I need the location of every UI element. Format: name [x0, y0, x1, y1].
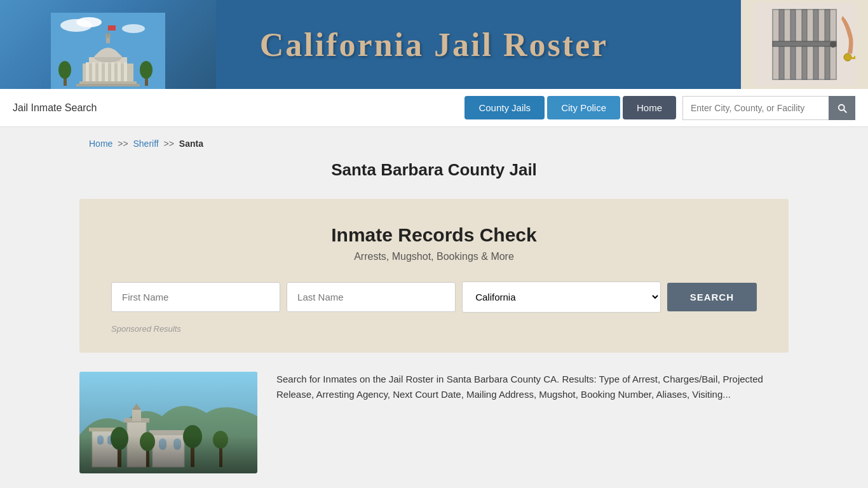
svg-rect-12	[124, 62, 127, 83]
sponsored-label: Sponsored Results	[111, 324, 757, 334]
breadcrumb-home[interactable]: Home	[89, 139, 112, 149]
navbar: Jail Inmate Search County Jails City Pol…	[0, 89, 868, 127]
breadcrumb: Home >> Sheriff >> Santa	[0, 127, 868, 160]
svg-rect-8	[98, 62, 102, 83]
bottom-section: Search for Inmates on the Jail Roster in…	[79, 372, 789, 473]
nav-brand: Jail Inmate Search	[13, 102, 465, 114]
svg-point-2	[76, 17, 102, 27]
header-title-area: California Jail Roster	[260, 26, 608, 64]
last-name-input[interactable]	[287, 282, 456, 312]
site-title: California Jail Roster	[260, 26, 608, 64]
breadcrumb-current: Santa	[179, 139, 203, 149]
nav-search-wrap	[682, 96, 855, 120]
nav-buttons: County Jails City Police Home	[465, 96, 676, 119]
svg-rect-7	[92, 62, 95, 83]
svg-rect-9	[105, 62, 108, 83]
records-check-section: Inmate Records Check Arrests, Mugshot, B…	[79, 199, 789, 353]
search-button[interactable]: SEARCH	[667, 283, 757, 311]
state-select[interactable]: California Alabama Alaska Arizona Arkans…	[462, 281, 661, 313]
breadcrumb-sep-1: >>	[118, 139, 128, 149]
svg-point-23	[140, 61, 153, 79]
svg-point-3	[122, 24, 145, 33]
page-title: Santa Barbara County Jail	[0, 160, 868, 180]
city-police-button[interactable]: City Police	[547, 96, 620, 119]
header-right-image	[741, 0, 868, 89]
nav-search-button[interactable]	[829, 96, 855, 120]
records-check-subtitle: Arrests, Mugshot, Bookings & More	[111, 251, 757, 262]
nav-search-input[interactable]	[682, 96, 829, 120]
svg-rect-31	[773, 41, 836, 46]
svg-rect-6	[86, 62, 89, 83]
svg-rect-18	[79, 81, 137, 84]
facility-image	[79, 372, 257, 473]
records-check-title: Inmate Records Check	[111, 224, 757, 246]
image-overlay	[79, 435, 257, 473]
header-banner: California Jail Roster	[0, 0, 868, 89]
breadcrumb-sheriff[interactable]: Sheriff	[133, 139, 159, 149]
search-icon	[836, 102, 848, 114]
records-form: California Alabama Alaska Arizona Arkans…	[111, 281, 757, 313]
first-name-input[interactable]	[111, 282, 280, 312]
svg-rect-35	[854, 56, 855, 58]
svg-rect-19	[76, 84, 140, 86]
breadcrumb-sep-2: >>	[164, 139, 174, 149]
svg-rect-11	[118, 62, 121, 83]
svg-rect-17	[108, 25, 116, 30]
svg-rect-10	[111, 62, 114, 83]
header-left-image	[0, 0, 216, 89]
svg-point-32	[830, 41, 836, 48]
home-button[interactable]: Home	[623, 96, 676, 119]
county-jails-button[interactable]: County Jails	[465, 96, 545, 119]
description-text: Search for Inmates on the Jail Roster in…	[276, 372, 789, 473]
svg-point-21	[58, 61, 71, 79]
